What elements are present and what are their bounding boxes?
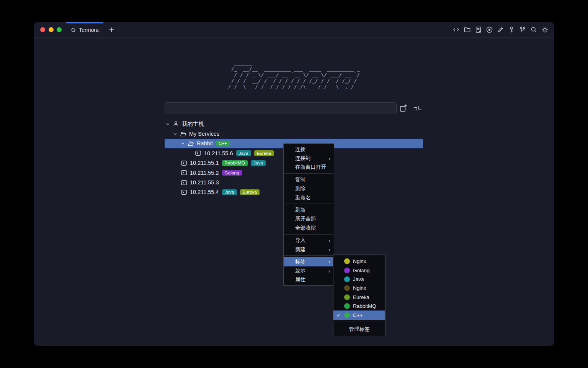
menu-item-import[interactable]: 导入 › <box>284 236 334 245</box>
toolbar-icons <box>452 22 554 37</box>
submenu-arrow-icon: › <box>328 238 330 243</box>
menu-separator <box>334 322 385 322</box>
menu-item-display[interactable]: 显示 › <box>284 266 334 275</box>
menu-item-copy[interactable]: 复制 <box>284 175 334 184</box>
tab-bar: Termora <box>34 22 554 38</box>
tree-label: 10.211.55.3 <box>190 179 219 186</box>
terminal-icon <box>181 179 187 186</box>
gear-icon[interactable] <box>541 26 549 33</box>
terminal-icon <box>181 169 187 176</box>
edit-icon[interactable] <box>497 26 504 33</box>
log-icon[interactable] <box>475 26 482 33</box>
menu-item-delete[interactable]: 删除 <box>284 184 334 193</box>
menu-item-connect-to[interactable]: 连接到 › <box>284 154 334 163</box>
menu-separator <box>284 204 333 204</box>
active-tab-accent <box>66 22 103 23</box>
tag-badge: Eureka <box>240 189 260 195</box>
manage-tags-button[interactable]: 管理标签 <box>333 324 385 335</box>
chevron-down-icon[interactable] <box>173 131 178 136</box>
close-button[interactable] <box>40 27 45 32</box>
menu-item-refresh[interactable]: 刷新 <box>284 205 334 214</box>
menu-separator <box>284 234 333 235</box>
folder-icon[interactable] <box>464 26 471 33</box>
minimize-button[interactable] <box>49 27 54 32</box>
menu-item-connect[interactable]: 连接 <box>284 145 334 154</box>
menu-item-properties[interactable]: 属性 <box>284 275 334 284</box>
tag-badge: C++ <box>216 141 230 146</box>
ascii-logo: ______ /_ __/__ _________ ___ ____ _____… <box>228 60 360 90</box>
context-menu: 连接 连接到 › 在新窗口打开 复制 删除 重命名 刷新 展开全部 全部收缩 导… <box>283 143 334 286</box>
tag-badge: Golang <box>222 170 242 176</box>
terminal-icon <box>181 160 187 166</box>
tree-label: 10.211.55.2 <box>190 170 219 176</box>
tag-item-rabbitmq[interactable]: RabbitMQ <box>333 302 385 310</box>
tag-color-dot <box>344 276 350 282</box>
menu-item-open-in-new-window[interactable]: 在新窗口打开 <box>284 163 334 172</box>
tag-badge: Java <box>222 189 237 195</box>
home-icon <box>70 27 76 33</box>
menu-separator <box>284 255 333 256</box>
new-tab-button[interactable] <box>103 22 119 37</box>
folder-open-icon <box>188 140 194 147</box>
tag-badge: RabbitMQ <box>222 160 248 166</box>
tree-label: 10.211.55.6 <box>204 150 233 156</box>
window-controls <box>34 22 66 37</box>
tab-termora[interactable]: Termora <box>66 22 103 37</box>
tag-color-dot <box>344 303 350 309</box>
search-icon[interactable] <box>530 26 537 33</box>
tag-item-cpp[interactable]: ✓ C++ <box>333 310 385 319</box>
menu-separator <box>284 173 333 174</box>
zoom-button[interactable] <box>57 27 62 32</box>
collapse-all-icon[interactable] <box>413 104 422 113</box>
host-search-input[interactable] <box>165 102 397 114</box>
submenu-arrow-icon: › <box>328 246 330 252</box>
tag-item-golang[interactable]: Golang <box>333 266 385 274</box>
tag-color-dot <box>344 312 350 318</box>
record-icon[interactable] <box>486 26 493 33</box>
tag-color-dot <box>344 258 350 264</box>
tree-row-my-services[interactable]: My Services <box>34 129 554 138</box>
tree-label: My Services <box>189 131 219 137</box>
check-icon: ✓ <box>336 312 344 318</box>
tree-label: 10.211.55.1 <box>190 160 219 166</box>
folder-open-icon <box>180 131 186 137</box>
menu-item-tags[interactable]: 标签 › <box>284 257 334 266</box>
chevron-down-icon[interactable] <box>180 141 185 146</box>
user-icon <box>173 121 179 127</box>
tag-item-java[interactable]: Java <box>333 275 385 284</box>
submenu-arrow-icon: › <box>328 259 330 264</box>
tree-row-my-hosts[interactable]: 我的主机 <box>34 119 554 129</box>
tag-color-dot <box>344 285 350 291</box>
terminal-icon <box>181 189 187 196</box>
menu-item-rename[interactable]: 重命名 <box>284 193 334 202</box>
submenu-arrow-icon: › <box>328 268 330 274</box>
menu-item-expand-all[interactable]: 展开全部 <box>284 215 334 223</box>
submenu-arrow-icon: › <box>328 156 330 161</box>
tab-bar-spacer <box>119 22 452 37</box>
tag-badge: Java <box>236 150 251 156</box>
tag-item-nginx-1[interactable]: Nginx <box>333 257 385 266</box>
terminal-icon <box>195 150 201 156</box>
code-icon[interactable] <box>452 26 460 33</box>
add-host-icon[interactable] <box>399 104 408 113</box>
tree-label: Rabbit <box>197 140 213 146</box>
banner: ______ /_ __/__ _________ ___ ____ _____… <box>34 60 554 90</box>
app-window: Termora <box>34 22 554 346</box>
tag-badge: Eureka <box>254 150 274 156</box>
tag-submenu: Nginx Golang Java Nginx Eureka RabbitMQ … <box>333 255 385 336</box>
chevron-down-icon[interactable] <box>165 122 170 127</box>
branch-icon[interactable] <box>519 26 526 33</box>
menu-item-collapse-all[interactable]: 全部收缩 <box>284 223 334 232</box>
menu-item-new[interactable]: 新建 › <box>284 245 334 254</box>
tree-label: 10.211.55.4 <box>190 189 219 195</box>
key-icon[interactable] <box>508 26 515 33</box>
tree-label: 我的主机 <box>182 120 204 128</box>
tag-item-eureka[interactable]: Eureka <box>333 293 385 302</box>
tag-color-dot <box>344 268 350 273</box>
tag-color-dot <box>344 294 350 300</box>
tab-label: Termora <box>79 27 98 33</box>
tag-badge: Java <box>251 160 266 166</box>
tag-item-nginx-2[interactable]: Nginx <box>333 284 385 292</box>
